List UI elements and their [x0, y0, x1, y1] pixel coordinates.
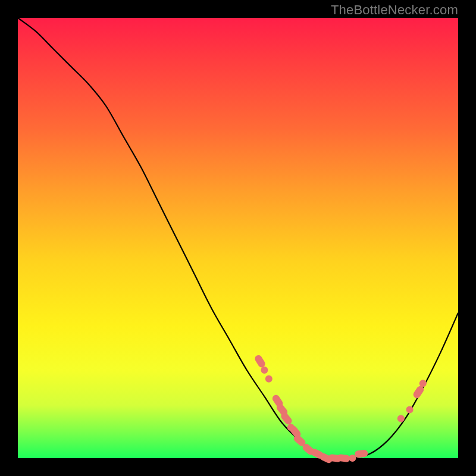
data-point-dot: [349, 455, 356, 462]
data-point-dash: [355, 449, 368, 458]
curve-svg: [18, 18, 458, 458]
marker-group: [253, 354, 427, 465]
data-point-dot: [261, 367, 268, 374]
chart-frame: TheBottleNecker.com: [0, 0, 476, 476]
data-point-dot: [265, 375, 273, 383]
attribution-text: TheBottleNecker.com: [331, 2, 458, 18]
data-point-dot: [419, 380, 427, 387]
data-point-dot: [397, 415, 405, 422]
bottleneck-curve: [18, 18, 458, 459]
data-point-dot: [406, 406, 414, 414]
plot-area: [18, 18, 458, 458]
data-point-dash: [253, 354, 267, 369]
